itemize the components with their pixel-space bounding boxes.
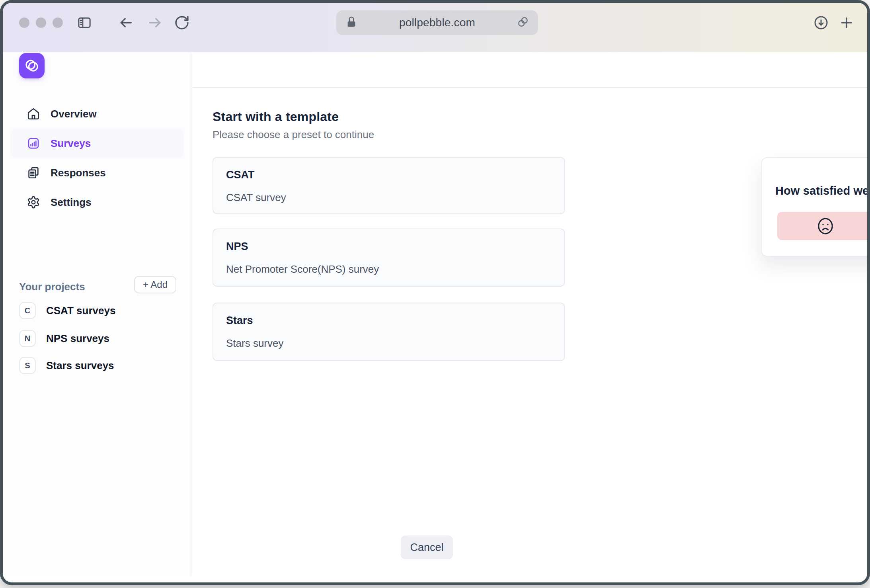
sidebar-item-label: Surveys — [51, 137, 91, 150]
back-icon[interactable] — [117, 14, 135, 31]
minimize-window-button[interactable] — [36, 18, 46, 28]
template-name: CSAT — [226, 169, 552, 181]
sidebar: Overview Surveys Responses — [3, 52, 191, 576]
clipboard-icon — [27, 166, 40, 180]
new-tab-icon[interactable] — [838, 14, 855, 31]
app-content: Overview Surveys Responses — [3, 52, 867, 576]
project-label: NPS surveys — [46, 332, 109, 345]
main-panel: Start with a template Please choose a pr… — [192, 52, 867, 576]
sidebar-item-overview[interactable]: Overview — [10, 99, 184, 129]
app-logo[interactable] — [19, 53, 45, 78]
preview-question: How satisfied were you with your experie… — [775, 184, 870, 197]
forward-icon[interactable] — [146, 14, 164, 31]
sidebar-item-label: Overview — [51, 108, 97, 120]
project-label: CSAT surveys — [46, 305, 115, 317]
template-description: CSAT survey — [226, 191, 552, 204]
browser-window: pollpebble.com — [0, 0, 870, 585]
project-item-csat[interactable]: C CSAT surveys — [19, 301, 178, 320]
sidebar-toggle-icon[interactable] — [76, 14, 93, 31]
project-initial-badge: N — [19, 330, 36, 347]
template-name: NPS — [226, 240, 552, 253]
sad-face-icon — [816, 217, 835, 236]
template-description: Net Promoter Score(NPS) survey — [226, 263, 552, 275]
home-icon — [27, 107, 40, 121]
gear-icon — [27, 195, 40, 209]
reload-icon[interactable] — [173, 14, 191, 31]
project-label: Stars surveys — [46, 359, 114, 372]
zoom-window-button[interactable] — [53, 18, 63, 28]
sidebar-item-label: Settings — [51, 196, 92, 209]
url-text: pollpebble.com — [399, 16, 475, 29]
sidebar-item-settings[interactable]: Settings — [10, 188, 184, 217]
sidebar-nav: Overview Surveys Responses — [3, 99, 191, 217]
template-card-stars[interactable]: Stars Stars survey — [213, 303, 565, 361]
dialog-title: Start with a template — [213, 109, 339, 124]
survey-preview-card: How satisfied were you with your experie… — [761, 157, 870, 257]
projects-header-label: Your projects — [19, 281, 85, 293]
address-bar[interactable]: pollpebble.com — [336, 10, 538, 35]
browser-toolbar: pollpebble.com — [3, 3, 867, 52]
close-window-button[interactable] — [19, 18, 29, 28]
template-card-csat[interactable]: CSAT CSAT survey — [213, 157, 565, 214]
add-project-button[interactable]: + Add — [134, 276, 176, 293]
project-item-stars[interactable]: S Stars surveys — [19, 356, 178, 375]
sidebar-item-responses[interactable]: Responses — [10, 158, 184, 188]
project-initial-badge: S — [19, 357, 36, 374]
template-card-nps[interactable]: NPS Net Promoter Score(NPS) survey — [213, 229, 565, 287]
lock-icon — [345, 16, 358, 30]
sidebar-item-label: Responses — [51, 167, 106, 179]
dialog-subtitle: Please choose a preset to continue — [213, 129, 374, 141]
cancel-button[interactable]: Cancel — [401, 535, 453, 559]
dialog-top-border — [192, 87, 867, 88]
rating-tile-sad[interactable] — [777, 212, 870, 240]
link-icon[interactable] — [517, 16, 529, 30]
template-name: Stars — [226, 315, 552, 327]
rings-logo-icon — [23, 57, 41, 75]
project-item-nps[interactable]: N NPS surveys — [19, 329, 178, 348]
bar-chart-icon — [27, 137, 40, 150]
download-icon[interactable] — [812, 14, 830, 31]
template-description: Stars survey — [226, 337, 552, 350]
sidebar-item-surveys[interactable]: Surveys — [10, 129, 184, 158]
project-initial-badge: C — [19, 302, 36, 319]
